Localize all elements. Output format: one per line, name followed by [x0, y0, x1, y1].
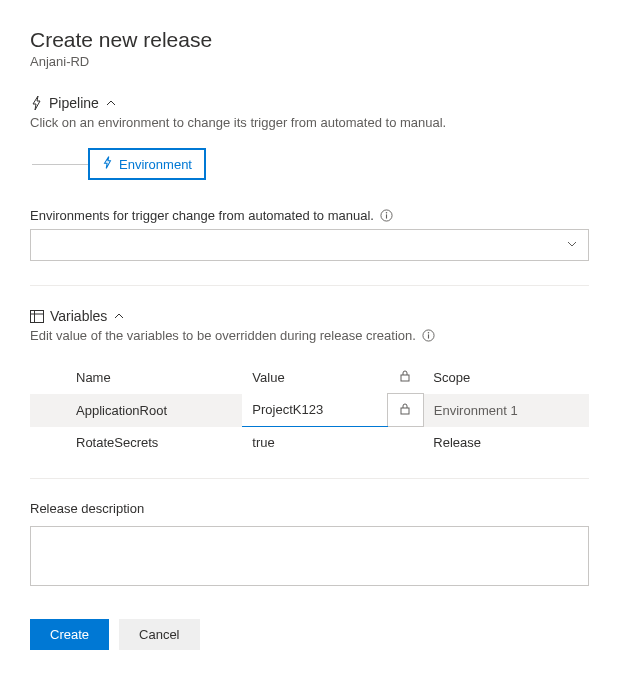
- cancel-button[interactable]: Cancel: [119, 619, 199, 650]
- col-lock: [387, 361, 423, 394]
- pipeline-hint: Click on an environment to change its tr…: [30, 115, 589, 130]
- env-trigger-dropdown[interactable]: [30, 229, 589, 261]
- var-name: ApplicationRoot: [66, 394, 242, 427]
- pipeline-edge: [32, 164, 88, 165]
- chevron-up-icon: [105, 97, 117, 109]
- col-scope: Scope: [423, 361, 589, 394]
- svg-rect-8: [428, 334, 429, 338]
- lightning-icon: [102, 156, 113, 172]
- release-description-input[interactable]: [30, 526, 589, 586]
- svg-rect-2: [386, 214, 387, 218]
- lock-icon: [399, 369, 411, 382]
- release-definition-name: Anjani-RD: [30, 54, 589, 69]
- lock-icon: [399, 402, 411, 415]
- variables-table: Name Value Scope ApplicationRoot Project…: [30, 361, 589, 458]
- svg-rect-10: [401, 408, 409, 414]
- create-release-panel: Create new release Anjani-RD Pipeline Cl…: [0, 0, 619, 680]
- var-value: true: [242, 427, 387, 459]
- pipeline-graph: Environment: [32, 148, 589, 180]
- variable-row[interactable]: RotateSecrets true Release: [30, 427, 589, 459]
- release-description-label: Release description: [30, 501, 589, 516]
- page-title: Create new release: [30, 28, 589, 52]
- divider: [30, 285, 589, 286]
- variables-icon: [30, 310, 44, 323]
- variables-section-toggle[interactable]: Variables: [30, 308, 589, 324]
- footer-buttons: Create Cancel: [30, 619, 589, 650]
- chevron-up-icon: [113, 310, 125, 322]
- var-name: RotateSecrets: [66, 427, 242, 459]
- info-icon: [422, 329, 435, 342]
- lightning-icon: [30, 96, 43, 110]
- env-trigger-label: Environments for trigger change from aut…: [30, 208, 589, 223]
- var-value-input[interactable]: ProjectK123: [242, 394, 387, 427]
- variable-row[interactable]: ApplicationRoot ProjectK123 Environment …: [30, 394, 589, 427]
- divider: [30, 478, 589, 479]
- col-name: Name: [66, 361, 242, 394]
- pipeline-section-toggle[interactable]: Pipeline: [30, 95, 589, 111]
- svg-point-7: [428, 332, 429, 333]
- var-scope: Environment 1: [423, 394, 589, 427]
- environment-stage[interactable]: Environment: [88, 148, 206, 180]
- pipeline-section-label: Pipeline: [49, 95, 99, 111]
- stage-label: Environment: [119, 157, 192, 172]
- svg-rect-9: [401, 375, 409, 381]
- info-icon: [380, 209, 393, 222]
- variables-section-label: Variables: [50, 308, 107, 324]
- var-scope: Release: [423, 427, 589, 459]
- var-lock-toggle[interactable]: [387, 427, 423, 459]
- variables-hint: Edit value of the variables to be overri…: [30, 328, 589, 343]
- svg-point-1: [386, 212, 387, 213]
- create-button[interactable]: Create: [30, 619, 109, 650]
- var-lock-toggle[interactable]: [387, 394, 423, 427]
- svg-rect-3: [31, 310, 44, 322]
- col-value: Value: [242, 361, 387, 394]
- chevron-down-icon: [566, 238, 578, 253]
